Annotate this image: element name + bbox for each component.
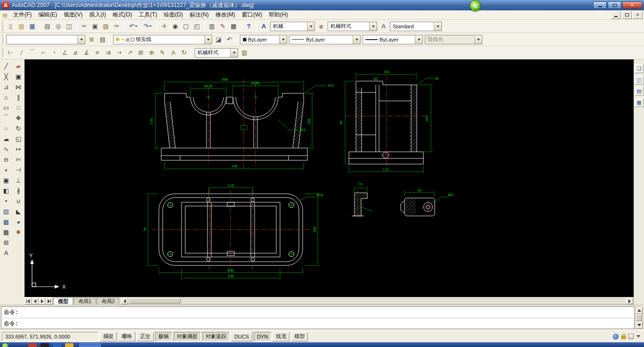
modify-trim-button[interactable]: ✄ <box>13 154 24 165</box>
toggle-lineweight[interactable]: 线宽 <box>272 332 289 341</box>
horizontal-scrollbar-thumb[interactable] <box>129 298 181 304</box>
center-mark-button[interactable]: ⊕ <box>146 47 157 58</box>
continue-dimension-button[interactable]: ⇢ <box>114 47 124 58</box>
text-style-button[interactable]: A <box>378 21 389 32</box>
draw-polygon-button[interactable]: ⌂ <box>0 92 12 102</box>
toggle-otrack[interactable]: 对象追踪 <box>202 332 230 341</box>
first-tab-button[interactable] <box>25 297 32 305</box>
next-tab-button[interactable] <box>39 297 46 305</box>
modify-copy-object-button[interactable]: ▣ <box>13 71 24 82</box>
mdi-close-button[interactable]: ✕ <box>633 11 643 19</box>
horizontal-scrollbar[interactable] <box>121 297 634 305</box>
taskbar-app-3[interactable] <box>53 343 61 347</box>
status-menu-arrow-icon[interactable] <box>636 335 640 338</box>
chevron-down-icon[interactable] <box>434 22 441 31</box>
mechanical-style-button[interactable]: A <box>258 21 269 32</box>
copy-clip-button[interactable]: ▣ <box>90 21 100 32</box>
modify-break-at-point-button[interactable]: ⊥ <box>13 175 24 185</box>
sheet-set-manager-button[interactable]: ▥ <box>206 21 217 32</box>
menu-insert[interactable]: 插入(I) <box>86 10 109 20</box>
dim-diameter-button[interactable]: ⌀ <box>70 47 81 58</box>
menu-window[interactable]: 窗口(W) <box>239 10 265 20</box>
dim-linear-button[interactable]: ⊢ <box>5 47 16 58</box>
tool-palettes-button[interactable]: ▦ <box>635 98 644 107</box>
new-file-button[interactable]: ▯ <box>5 21 16 32</box>
toggle-ducs[interactable]: DUCS <box>231 332 252 341</box>
toolbar-grip[interactable] <box>2 35 3 44</box>
properties-palette-button[interactable]: ▤ <box>635 87 644 96</box>
plot-button[interactable]: ▤ <box>42 21 53 32</box>
save-file-button[interactable]: ▦ <box>27 21 38 32</box>
toggle-ortho[interactable]: 正交 <box>137 332 154 341</box>
draw-construction-line-button[interactable]: ╳ <box>0 71 12 82</box>
chevron-down-icon[interactable] <box>279 35 287 44</box>
dim-style-button[interactable]: ⌀ <box>316 21 327 32</box>
modify-rotate-button[interactable]: ↻ <box>13 123 24 133</box>
redo-button[interactable]: ↷ <box>140 21 155 32</box>
baseline-dimension-button[interactable]: ⇉ <box>103 47 114 58</box>
drawing-canvas[interactable]: 690 Ø120 Ø100 170 150 430 R15 Ø52 <box>25 59 634 297</box>
toggle-grid[interactable]: 栅格 <box>118 332 135 341</box>
toggle-snap[interactable]: 捕捉 <box>100 332 117 341</box>
tab-model[interactable]: 模型 <box>53 297 73 305</box>
mechanical-combo[interactable]: 机械 <box>270 22 315 31</box>
plot-preview-button[interactable]: ◎ <box>53 21 64 32</box>
draw-line-button[interactable]: ╱ <box>0 61 12 71</box>
taskbar-app-active[interactable] <box>79 343 101 347</box>
draw-make-block-button[interactable]: ◧ <box>0 185 12 196</box>
dim-radius-button[interactable]: ◔ <box>49 47 59 58</box>
text-style-combo[interactable]: Standard <box>390 22 442 31</box>
scroll-left-button[interactable] <box>121 298 128 304</box>
modify-scale-button[interactable]: ◱ <box>13 133 24 144</box>
modify-fillet-button[interactable]: ◕ <box>13 216 24 227</box>
viewports-button[interactable]: ◫ <box>635 75 644 84</box>
taskbar-app-4[interactable] <box>65 343 74 347</box>
draw-point-button[interactable]: • <box>0 196 12 206</box>
draw-rectangle-button[interactable]: ▭ <box>0 102 12 113</box>
layer-states-manager-button[interactable]: ▤ <box>97 34 108 45</box>
taskbar-app-1[interactable] <box>28 343 37 347</box>
zoom-previous-button[interactable]: ◰ <box>191 21 202 32</box>
draw-ellipse-arc-button[interactable]: ◖ <box>0 165 12 175</box>
layer-color-swatch[interactable] <box>131 38 134 41</box>
pan-button[interactable]: ✛ <box>159 21 170 32</box>
workspace-combo[interactable] <box>6 35 85 44</box>
minimize-button[interactable] <box>593 1 607 9</box>
command-scroll-up-button[interactable] <box>636 307 643 314</box>
coordinate-readout[interactable]: 333.6957, 571.9926, 0.0000 <box>2 332 99 341</box>
undo-button[interactable]: ↶ <box>126 21 140 32</box>
dim-aligned-button[interactable]: ∕ <box>16 47 27 58</box>
modify-extend-button[interactable]: ⊣ <box>13 165 24 175</box>
taskbar-app-2[interactable] <box>41 343 49 347</box>
tolerance-button[interactable]: ⊞ <box>135 47 146 58</box>
draw-region-button[interactable]: ▦ <box>0 227 12 237</box>
last-tab-button[interactable] <box>46 297 53 305</box>
draw-insert-block-button[interactable]: ▣ <box>0 175 12 185</box>
close-button[interactable]: ✕ <box>622 1 642 9</box>
named-views-button[interactable]: ❏ <box>635 64 644 73</box>
modify-move-button[interactable]: ✥ <box>13 113 24 123</box>
modify-array-button[interactable]: ∷ <box>13 102 24 113</box>
draw-revision-cloud-button[interactable]: ☁ <box>0 133 12 144</box>
quick-dimension-button[interactable]: ≡ <box>92 47 103 58</box>
menu-edit[interactable]: 编辑(E) <box>35 10 60 20</box>
zoom-window-button[interactable]: ▢ <box>181 21 191 32</box>
menu-dimension[interactable]: 标注(N) <box>186 10 212 20</box>
command-scroll-down-button[interactable] <box>636 322 643 329</box>
chevron-down-icon[interactable] <box>204 35 212 44</box>
antivirus-badge[interactable]: 42 <box>470 0 481 11</box>
modify-join-button[interactable]: ∪ <box>13 196 24 206</box>
toolbar-lock-icon[interactable] <box>621 336 626 339</box>
start-button[interactable] <box>2 343 8 347</box>
open-file-button[interactable]: ▨ <box>16 21 27 32</box>
dimension-style-combo[interactable]: 机械样式 <box>195 48 238 58</box>
draw-multiline-text-button[interactable]: A <box>0 248 12 258</box>
tab-layout2[interactable]: 布局2 <box>97 297 119 305</box>
dim-arc-length-button[interactable]: ⌒ <box>27 47 38 58</box>
toggle-polar[interactable]: 极轴 <box>155 332 172 341</box>
quick-leader-button[interactable]: ↗ <box>124 47 135 58</box>
dimension-text-edit-button[interactable]: A <box>168 47 179 58</box>
layer-lock-icon[interactable] <box>126 39 129 41</box>
mdi-restore-button[interactable] <box>622 11 632 19</box>
dimension-style-manager-button[interactable]: ▥ <box>239 47 250 58</box>
